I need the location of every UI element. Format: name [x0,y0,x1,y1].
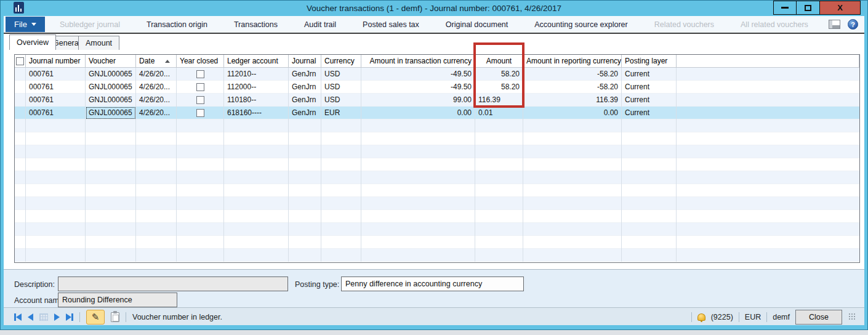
cell-amount-in-reporting-currency[interactable]: 0.00 [523,107,622,119]
cell-posting-layer[interactable]: Current [622,68,677,81]
edit-mode-button[interactable]: ✎ [86,310,105,325]
year-closed-checkbox[interactable] [196,70,204,78]
column-header-posting-layer[interactable]: Posting layer [622,55,677,68]
menu-item-original-document[interactable]: Original document [446,20,508,29]
cell-posting-layer[interactable]: Current [622,81,677,94]
cell-journal-number[interactable]: 000761 [26,81,86,94]
notification-count[interactable]: (9225) [711,313,733,321]
currency-indicator[interactable]: EUR [745,313,761,321]
cell-currency[interactable]: USD [321,94,361,107]
help-icon[interactable]: ? [848,19,858,30]
column-header-amount[interactable]: Amount [475,55,523,68]
table-row[interactable]: 000761 GNJL000065 4/26/20... 110180-- Ge… [15,94,859,107]
cell-voucher-focused[interactable]: GNJL000065 [86,107,136,119]
tab-amount[interactable]: Amount [78,36,119,50]
column-header-journal[interactable]: Journal [289,55,321,68]
column-header-year-closed[interactable]: Year closed [177,55,224,68]
column-header-amount-in-reporting-currency[interactable]: Amount in reporting currency [523,55,622,68]
posting-type-field[interactable] [341,276,524,291]
cell-amount[interactable]: 58.20 [475,81,523,94]
menu-item-transactions[interactable]: Transactions [234,20,278,29]
cell-ledger-account[interactable]: 112000-- [224,81,289,94]
row-selector-cell[interactable] [15,68,26,81]
table-row-selected[interactable]: 000761 GNJL000065 4/26/20... 618160---- … [15,107,859,119]
menu-item-transaction-origin[interactable]: Transaction origin [147,20,207,29]
cell-date[interactable]: 4/26/20... [136,68,177,81]
cell-year-closed [177,94,224,107]
previous-record-button[interactable] [28,313,33,321]
cell-amount-in-transaction-currency[interactable]: 99.00 [361,94,475,107]
cell-ledger-account[interactable]: 110180-- [224,94,289,107]
cell-journal-number[interactable]: 000761 [26,94,86,107]
row-selector-cell[interactable] [15,81,26,94]
cell-amount[interactable]: 116.39 [475,94,523,107]
layout-pane-icon[interactable] [829,20,840,29]
cell-currency[interactable]: USD [321,81,361,94]
cell-date[interactable]: 4/26/20... [136,94,177,107]
cell-ledger-account[interactable]: 618160---- [224,107,289,119]
cell-voucher[interactable]: GNJL000065 [86,81,136,94]
cell-journal[interactable]: GenJrn [289,94,321,107]
cell-amount[interactable]: 58.20 [475,68,523,81]
column-header-date[interactable]: Date [136,55,177,68]
menu-item-accounting-source-explorer[interactable]: Accounting source explorer [534,20,627,29]
year-closed-checkbox[interactable] [196,83,204,91]
row-selector-cell[interactable] [15,107,26,119]
cell-journal[interactable]: GenJrn [289,68,321,81]
resize-grip[interactable] [849,313,856,320]
cell-amount-in-reporting-currency[interactable]: -58.20 [523,81,622,94]
menu-item-posted-sales-tax[interactable]: Posted sales tax [363,20,419,29]
select-all-checkbox[interactable] [16,57,24,65]
minimize-button[interactable] [773,1,797,15]
clipboard-icon[interactable] [111,312,119,322]
cell-amount-in-transaction-currency[interactable]: 0.00 [361,107,475,119]
cell-amount-in-reporting-currency[interactable]: -58.20 [523,68,622,81]
row-selector-cell[interactable] [15,94,26,107]
cell-amount[interactable]: 0.01 [475,107,523,119]
column-header-journal-number[interactable]: Journal number [26,55,86,68]
column-header-amount-in-transaction-currency[interactable]: Amount in transaction currency [361,55,475,68]
cell-date[interactable]: 4/26/20... [136,81,177,94]
cell-date[interactable]: 4/26/20... [136,107,177,119]
table-row[interactable]: 000761 GNJL000065 4/26/20... 112010-- Ge… [15,68,859,81]
company-indicator[interactable]: demf [773,313,790,321]
maximize-button[interactable] [797,1,820,15]
cell-voucher[interactable]: GNJL000065 [86,68,136,81]
column-header-ledger-account[interactable]: Ledger account [224,55,289,68]
column-header-voucher[interactable]: Voucher [86,55,136,68]
first-record-button[interactable] [14,313,22,321]
cell-voucher[interactable]: GNJL000065 [86,94,136,107]
cell-journal[interactable]: GenJrn [289,107,321,119]
year-closed-checkbox[interactable] [196,96,204,104]
column-header-currency[interactable]: Currency [321,55,361,68]
cell-ledger-account[interactable]: 112010-- [224,68,289,81]
description-field[interactable] [58,276,288,291]
next-record-button[interactable] [54,313,60,321]
cell-amount-in-reporting-currency[interactable]: 116.39 [523,94,622,107]
cell-journal-number[interactable]: 000761 [26,107,86,119]
grid-view-icon[interactable] [39,313,48,321]
table-row[interactable]: 000761 GNJL000065 4/26/20... 112000-- Ge… [15,81,859,94]
cell-currency[interactable]: USD [321,68,361,81]
menu-item-audit-trail[interactable]: Audit trail [304,20,336,29]
cell-posting-layer[interactable]: Current [622,94,677,107]
statusbar-separator [766,312,767,322]
notification-bell-icon[interactable] [697,313,705,321]
year-closed-checkbox[interactable] [196,109,204,117]
file-menu-label: File [14,20,27,29]
cell-journal-number[interactable]: 000761 [26,68,86,81]
close-button[interactable]: Close [795,310,842,325]
cell-journal[interactable]: GenJrn [289,81,321,94]
tab-overview[interactable]: Overview [9,34,56,50]
close-window-button[interactable]: X [820,1,861,15]
cell-currency[interactable]: EUR [321,107,361,119]
cell-amount-in-transaction-currency[interactable]: -49.50 [361,68,475,81]
file-menu-button[interactable]: File [6,17,45,32]
account-name-field[interactable] [58,293,177,307]
cell-posting-layer[interactable]: Current [622,107,677,119]
transactions-grid: Journal number Voucher Date Year closed … [14,54,860,263]
maximize-icon [805,5,811,11]
empty-table-row [15,184,859,197]
cell-amount-in-transaction-currency[interactable]: -49.50 [361,81,475,94]
last-record-button[interactable] [66,313,73,321]
